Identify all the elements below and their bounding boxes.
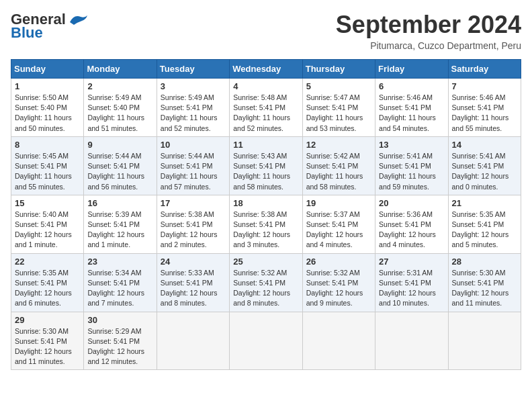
day-number: 16: [87, 198, 152, 208]
day-number: 1: [15, 81, 80, 91]
calendar-cell: 15Sunrise: 5:40 AMSunset: 5:41 PMDayligh…: [11, 195, 84, 253]
logo-bird-icon: [67, 13, 89, 26]
calendar-cell: [448, 312, 521, 370]
calendar-cell: 29Sunrise: 5:30 AMSunset: 5:41 PMDayligh…: [11, 312, 84, 370]
day-info: Sunrise: 5:38 AMSunset: 5:41 PMDaylight:…: [161, 210, 226, 250]
day-info: Sunrise: 5:38 AMSunset: 5:41 PMDaylight:…: [233, 210, 298, 250]
calendar-table: SundayMondayTuesdayWednesdayThursdayFrid…: [11, 59, 521, 370]
day-info: Sunrise: 5:31 AMSunset: 5:41 PMDaylight:…: [379, 268, 444, 309]
logo: General Blue: [11, 11, 89, 42]
day-info: Sunrise: 5:33 AMSunset: 5:41 PMDaylight:…: [161, 268, 226, 309]
day-info: Sunrise: 5:44 AMSunset: 5:41 PMDaylight:…: [161, 151, 226, 192]
day-number: 11: [233, 140, 298, 150]
calendar-cell: 8Sunrise: 5:45 AMSunset: 5:41 PMDaylight…: [11, 136, 84, 195]
calendar-cell: 13Sunrise: 5:41 AMSunset: 5:41 PMDayligh…: [375, 136, 448, 195]
calendar-cell: 2Sunrise: 5:49 AMSunset: 5:40 PMDaylight…: [84, 79, 157, 137]
day-info: Sunrise: 5:30 AMSunset: 5:41 PMDaylight:…: [452, 268, 517, 309]
calendar-cell: 3Sunrise: 5:49 AMSunset: 5:41 PMDaylight…: [157, 79, 229, 137]
day-number: 10: [161, 140, 226, 150]
day-header-monday: Monday: [84, 60, 157, 79]
day-info: Sunrise: 5:45 AMSunset: 5:41 PMDaylight:…: [15, 151, 80, 192]
day-info: Sunrise: 5:35 AMSunset: 5:41 PMDaylight:…: [452, 210, 517, 250]
calendar-cell: [302, 312, 375, 370]
calendar-week-2: 8Sunrise: 5:45 AMSunset: 5:41 PMDaylight…: [11, 136, 521, 195]
calendar-cell: 10Sunrise: 5:44 AMSunset: 5:41 PMDayligh…: [157, 136, 229, 195]
day-number: 20: [379, 198, 444, 208]
calendar-cell: 7Sunrise: 5:46 AMSunset: 5:41 PMDaylight…: [448, 79, 521, 137]
day-info: Sunrise: 5:43 AMSunset: 5:41 PMDaylight:…: [233, 151, 298, 192]
day-info: Sunrise: 5:36 AMSunset: 5:41 PMDaylight:…: [379, 210, 444, 250]
day-number: 17: [161, 198, 226, 208]
day-info: Sunrise: 5:49 AMSunset: 5:41 PMDaylight:…: [161, 93, 226, 134]
calendar-cell: 30Sunrise: 5:29 AMSunset: 5:41 PMDayligh…: [84, 312, 157, 370]
day-number: 14: [452, 140, 517, 150]
day-header-tuesday: Tuesday: [157, 60, 229, 79]
calendar-cell: 19Sunrise: 5:37 AMSunset: 5:41 PMDayligh…: [302, 195, 375, 253]
calendar-cell: 5Sunrise: 5:47 AMSunset: 5:41 PMDaylight…: [302, 79, 375, 137]
day-number: 5: [306, 81, 371, 91]
day-number: 28: [452, 257, 517, 267]
day-number: 4: [233, 81, 298, 91]
calendar-cell: 20Sunrise: 5:36 AMSunset: 5:41 PMDayligh…: [375, 195, 448, 253]
title-block: September 2024 Pitumarca, Cuzco Departme…: [336, 11, 521, 51]
page-header: General Blue September 2024 Pitumarca, C…: [11, 11, 521, 51]
calendar-cell: 9Sunrise: 5:44 AMSunset: 5:41 PMDaylight…: [84, 136, 157, 195]
day-info: Sunrise: 5:46 AMSunset: 5:41 PMDaylight:…: [379, 93, 444, 134]
day-number: 8: [15, 140, 80, 150]
calendar-cell: [230, 312, 302, 370]
calendar-cell: [157, 312, 229, 370]
day-number: 12: [306, 140, 371, 150]
calendar-cell: 22Sunrise: 5:35 AMSunset: 5:41 PMDayligh…: [11, 253, 84, 312]
day-info: Sunrise: 5:49 AMSunset: 5:40 PMDaylight:…: [87, 93, 152, 134]
logo-blue: Blue: [11, 24, 43, 42]
day-header-sunday: Sunday: [11, 60, 84, 79]
calendar-cell: 4Sunrise: 5:48 AMSunset: 5:41 PMDaylight…: [230, 79, 302, 137]
day-number: 30: [87, 315, 152, 325]
calendar-week-4: 22Sunrise: 5:35 AMSunset: 5:41 PMDayligh…: [11, 253, 521, 312]
calendar-cell: 24Sunrise: 5:33 AMSunset: 5:41 PMDayligh…: [157, 253, 229, 312]
calendar-cell: [375, 312, 448, 370]
day-info: Sunrise: 5:35 AMSunset: 5:41 PMDaylight:…: [15, 268, 80, 309]
calendar-week-1: 1Sunrise: 5:50 AMSunset: 5:40 PMDaylight…: [11, 79, 521, 137]
day-number: 15: [15, 198, 80, 208]
day-info: Sunrise: 5:34 AMSunset: 5:41 PMDaylight:…: [87, 268, 152, 309]
location: Pitumarca, Cuzco Department, Peru: [336, 40, 521, 51]
calendar-cell: 21Sunrise: 5:35 AMSunset: 5:41 PMDayligh…: [448, 195, 521, 253]
calendar-header-row: SundayMondayTuesdayWednesdayThursdayFrid…: [11, 60, 521, 79]
day-header-friday: Friday: [375, 60, 448, 79]
day-info: Sunrise: 5:30 AMSunset: 5:41 PMDaylight:…: [15, 326, 80, 367]
calendar-cell: 1Sunrise: 5:50 AMSunset: 5:40 PMDaylight…: [11, 79, 84, 137]
day-info: Sunrise: 5:29 AMSunset: 5:41 PMDaylight:…: [87, 326, 152, 367]
day-info: Sunrise: 5:41 AMSunset: 5:41 PMDaylight:…: [379, 151, 444, 192]
day-number: 13: [379, 140, 444, 150]
day-info: Sunrise: 5:50 AMSunset: 5:40 PMDaylight:…: [15, 93, 80, 134]
calendar-cell: 16Sunrise: 5:39 AMSunset: 5:41 PMDayligh…: [84, 195, 157, 253]
day-number: 21: [452, 198, 517, 208]
day-number: 22: [15, 257, 80, 267]
day-info: Sunrise: 5:46 AMSunset: 5:41 PMDaylight:…: [452, 93, 517, 134]
calendar-week-3: 15Sunrise: 5:40 AMSunset: 5:41 PMDayligh…: [11, 195, 521, 253]
day-number: 24: [161, 257, 226, 267]
day-header-wednesday: Wednesday: [230, 60, 302, 79]
calendar-cell: 12Sunrise: 5:42 AMSunset: 5:41 PMDayligh…: [302, 136, 375, 195]
day-info: Sunrise: 5:37 AMSunset: 5:41 PMDaylight:…: [306, 210, 371, 250]
calendar-cell: 25Sunrise: 5:32 AMSunset: 5:41 PMDayligh…: [230, 253, 302, 312]
day-number: 6: [379, 81, 444, 91]
calendar-cell: 6Sunrise: 5:46 AMSunset: 5:41 PMDaylight…: [375, 79, 448, 137]
day-number: 29: [15, 315, 80, 325]
day-info: Sunrise: 5:39 AMSunset: 5:41 PMDaylight:…: [87, 210, 152, 250]
day-number: 25: [233, 257, 298, 267]
calendar-cell: 23Sunrise: 5:34 AMSunset: 5:41 PMDayligh…: [84, 253, 157, 312]
day-number: 26: [306, 257, 371, 267]
calendar-cell: 11Sunrise: 5:43 AMSunset: 5:41 PMDayligh…: [230, 136, 302, 195]
day-number: 19: [306, 198, 371, 208]
day-info: Sunrise: 5:32 AMSunset: 5:41 PMDaylight:…: [306, 268, 371, 309]
calendar-cell: 14Sunrise: 5:41 AMSunset: 5:41 PMDayligh…: [448, 136, 521, 195]
calendar-cell: 17Sunrise: 5:38 AMSunset: 5:41 PMDayligh…: [157, 195, 229, 253]
month-title: September 2024: [336, 11, 521, 39]
calendar-cell: 28Sunrise: 5:30 AMSunset: 5:41 PMDayligh…: [448, 253, 521, 312]
day-info: Sunrise: 5:41 AMSunset: 5:41 PMDaylight:…: [452, 151, 517, 192]
day-info: Sunrise: 5:48 AMSunset: 5:41 PMDaylight:…: [233, 93, 298, 134]
calendar-cell: 26Sunrise: 5:32 AMSunset: 5:41 PMDayligh…: [302, 253, 375, 312]
day-header-saturday: Saturday: [448, 60, 521, 79]
